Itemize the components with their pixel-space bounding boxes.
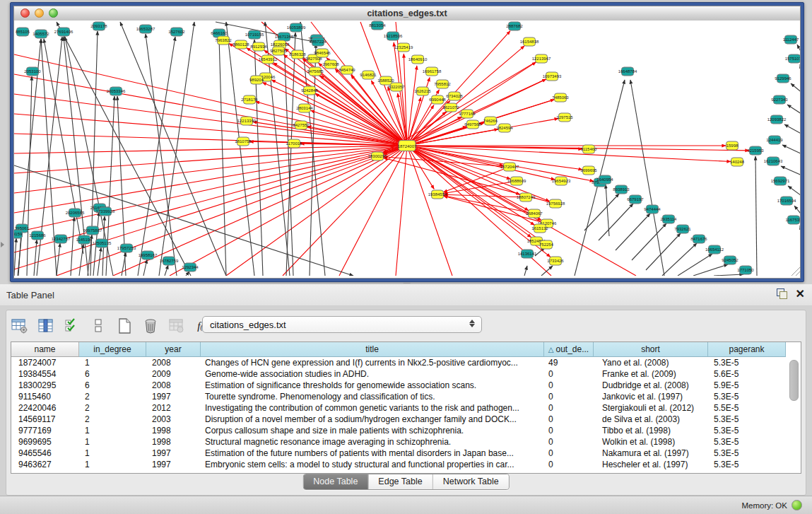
graph-node[interactable]: 7485063 bbox=[552, 93, 569, 102]
cell-name[interactable]: 19384554 bbox=[11, 368, 79, 380]
graph-node[interactable]: 16154838 bbox=[520, 37, 539, 46]
cell-in_degree[interactable]: 1 bbox=[79, 425, 146, 436]
graph-node[interactable]: 16648784 bbox=[618, 67, 637, 76]
cell-in_degree[interactable]: 1 bbox=[79, 448, 146, 459]
cell-name[interactable]: 9465546 bbox=[11, 448, 79, 459]
column-header-pagerank[interactable]: pagerank bbox=[708, 342, 786, 357]
table-row[interactable]: 911546021997Tourette syndrome. Phenomeno… bbox=[11, 391, 801, 402]
cell-name[interactable]: 9463627 bbox=[11, 459, 79, 470]
graph-node[interactable]: 6322057 bbox=[388, 83, 405, 91]
graph-node[interactable]: 8454749 bbox=[339, 66, 355, 74]
graph-node[interactable]: 7932621 bbox=[674, 225, 691, 233]
cell-out_de[interactable]: 0 bbox=[544, 402, 594, 414]
graph-node[interactable]: 1292344 bbox=[182, 263, 199, 271]
cell-short[interactable]: Nakamura et al. (1997) bbox=[594, 448, 708, 459]
cell-out_de[interactable]: 0 bbox=[544, 425, 594, 436]
table-row[interactable]: 946362711997Embryonic stem cells: a mode… bbox=[11, 459, 801, 470]
cell-name[interactable]: 9115460 bbox=[11, 391, 79, 402]
graph-node[interactable]: 15751074 bbox=[785, 54, 801, 63]
graph-node[interactable]: 8813054 bbox=[369, 21, 386, 30]
graph-node[interactable]: 9245052 bbox=[722, 256, 739, 264]
cell-year[interactable]: 1998 bbox=[146, 436, 201, 448]
graph-node[interactable]: 10688609 bbox=[507, 177, 526, 185]
graph-node[interactable]: 9242848 bbox=[301, 86, 318, 95]
graph-node[interactable]: 9129946 bbox=[775, 74, 792, 83]
close-panel-icon[interactable]: ✕ bbox=[796, 289, 805, 299]
graph-node[interactable]: 1244419 bbox=[766, 136, 783, 144]
cell-year[interactable]: 2003 bbox=[146, 414, 201, 425]
cell-year[interactable]: 2009 bbox=[146, 368, 201, 380]
graph-node[interactable]: 1615132 bbox=[531, 224, 548, 233]
float-panel-icon[interactable] bbox=[777, 288, 787, 299]
cell-title[interactable]: Genome-wide association studies in ADHD. bbox=[201, 368, 544, 380]
graph-node[interactable]: 9777169 bbox=[459, 110, 476, 118]
cell-in_degree[interactable]: 1 bbox=[79, 436, 146, 448]
graph-node[interactable]: 1810755 bbox=[235, 137, 252, 146]
graph-node[interactable]: 2093178 bbox=[90, 22, 107, 30]
cell-name[interactable]: 9777169 bbox=[11, 425, 79, 436]
graph-node[interactable]: 17957253 bbox=[117, 244, 136, 252]
memory-indicator[interactable] bbox=[792, 500, 802, 510]
tab-edge-table[interactable]: Edge Table bbox=[367, 474, 432, 489]
graph-node[interactable]: 9827505 bbox=[270, 47, 287, 55]
graph-node[interactable]: 2803144 bbox=[296, 104, 313, 112]
column-header-year[interactable]: year bbox=[146, 342, 201, 357]
column-header-name[interactable]: name bbox=[11, 342, 79, 357]
table-row[interactable]: 1938455462009Genome-wide association stu… bbox=[11, 368, 801, 380]
graph-node[interactable]: 16053809 bbox=[287, 23, 306, 32]
graph-node[interactable]: 1167533 bbox=[786, 216, 801, 224]
cell-pagerank[interactable]: 5.3E-5 bbox=[708, 414, 786, 425]
cell-title[interactable]: Changes of HCN gene expression and I(f) … bbox=[201, 357, 544, 368]
graph-node[interactable]: 2967608 bbox=[322, 60, 339, 69]
maximize-window-button[interactable] bbox=[49, 8, 58, 18]
cell-year[interactable]: 1997 bbox=[146, 448, 201, 459]
graph-node[interactable]: 6679197 bbox=[627, 195, 644, 204]
cell-year[interactable]: 2008 bbox=[146, 357, 201, 368]
graph-node[interactable]: 1626215 bbox=[414, 87, 431, 95]
graph-node[interactable]: 746266 bbox=[483, 117, 498, 125]
vertical-scrollbar-thumb[interactable] bbox=[789, 360, 799, 401]
graph-node[interactable]: 18640910 bbox=[408, 55, 428, 64]
cell-title[interactable]: Estimation of significance thresholds fo… bbox=[201, 380, 544, 391]
cell-out_de[interactable]: 0 bbox=[544, 448, 594, 459]
graph-node[interactable]: 1824594 bbox=[496, 124, 513, 132]
graph-node[interactable]: 15998 bbox=[726, 141, 739, 150]
graph-node[interactable]: 10653287 bbox=[136, 25, 155, 33]
graph-node[interactable]: 10719155 bbox=[245, 30, 264, 39]
cell-name[interactable]: 14569117 bbox=[11, 414, 79, 425]
cell-title[interactable]: Investigating the contribution of common… bbox=[201, 402, 544, 414]
cell-name[interactable]: 9699695 bbox=[11, 436, 79, 448]
cell-pagerank[interactable]: 5.3E-5 bbox=[708, 436, 786, 448]
graph-node[interactable]: 8912934 bbox=[250, 42, 267, 51]
row-height-icon[interactable] bbox=[89, 317, 107, 335]
graph-node[interactable]: 2053100 bbox=[24, 67, 41, 76]
graph-node[interactable]: 1621072 bbox=[442, 103, 459, 112]
cell-short[interactable]: Tibbo et al. (1998) bbox=[594, 425, 708, 436]
graph-node[interactable]: 39159 bbox=[14, 230, 23, 238]
graph-node[interactable]: 17016504 bbox=[777, 197, 796, 205]
cell-title[interactable]: Structural magnetic resonance image aver… bbox=[201, 436, 544, 448]
cell-short[interactable]: Yano et al. (2008) bbox=[594, 357, 708, 368]
cell-name[interactable]: 22420046 bbox=[11, 402, 79, 414]
graph-node[interactable]: 1112447 bbox=[783, 35, 799, 44]
cell-title[interactable]: Corpus callosum shape and size in male p… bbox=[201, 425, 544, 436]
graph-node[interactable]: 1527602 bbox=[168, 28, 185, 36]
cell-pagerank[interactable]: 5.3E-5 bbox=[708, 459, 786, 470]
graph-node[interactable]: 1215686 bbox=[29, 231, 46, 240]
column-header-in_degree[interactable]: in_degree bbox=[79, 342, 146, 357]
close-window-button[interactable] bbox=[20, 8, 30, 18]
cell-in_degree[interactable]: 6 bbox=[79, 368, 146, 380]
graph-node[interactable]: 1145194 bbox=[76, 235, 93, 244]
delete-column-icon[interactable] bbox=[141, 317, 160, 335]
cell-out_de[interactable]: 0 bbox=[544, 436, 594, 448]
graph-node[interactable]: 9846546 bbox=[314, 49, 331, 57]
cell-short[interactable]: Wolkin et al. (1998) bbox=[594, 436, 708, 448]
graph-node[interactable]: 3475685 bbox=[307, 67, 324, 76]
graph-node[interactable]: 1297515 bbox=[556, 113, 573, 122]
cell-year[interactable]: 2008 bbox=[146, 380, 201, 391]
cell-short[interactable]: Dudbridge et al. (2008) bbox=[594, 380, 708, 391]
graph-node[interactable]: 989204 bbox=[249, 76, 264, 84]
cell-in_degree[interactable]: 6 bbox=[79, 380, 146, 391]
show-columns-icon[interactable] bbox=[37, 317, 55, 335]
graph-node[interactable]: 8427552 bbox=[293, 121, 310, 129]
